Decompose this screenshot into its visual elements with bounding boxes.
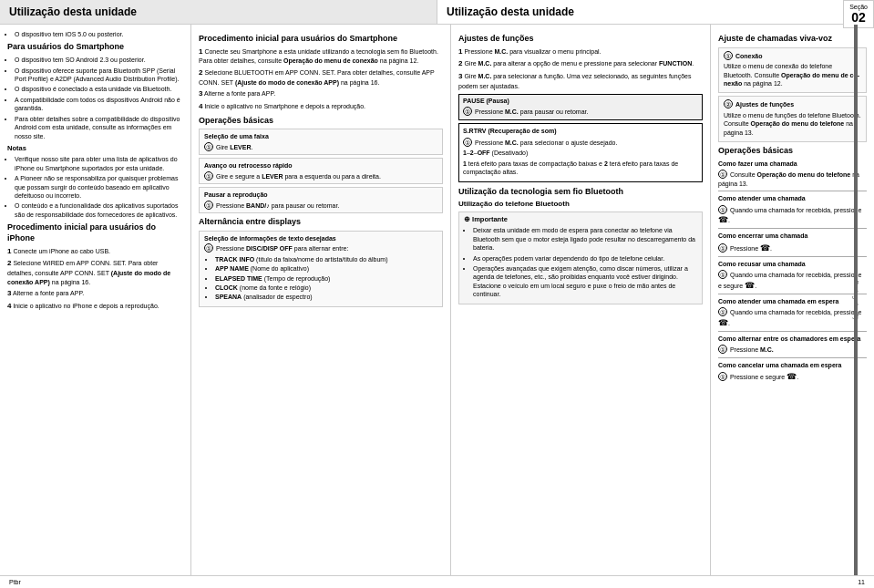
smartphone-proc-heading: Procedimento inicial para usuários do Sm… — [199, 34, 443, 45]
basic-ops-heading: Operações básicas — [199, 116, 443, 127]
end-call-block: Como encerrar uma chamada ① Pressione ☎. — [718, 232, 867, 253]
iphone-step-4: 4 Inicie o aplicativo no iPhone e depois… — [7, 302, 183, 312]
circle-1: ① — [718, 243, 727, 253]
alt-heading: Alternância entre displays — [199, 217, 443, 228]
page-container: Utilização desta unidade Utilização dest… — [0, 0, 874, 588]
list-item: O dispositivo oferece suporte para Bluet… — [15, 67, 183, 84]
adj-step-1: 1 Pressione M.C. para visualizar o menu … — [458, 47, 703, 57]
pause-label: Pausar a reprodução — [204, 191, 437, 199]
circle-1: ① — [718, 205, 727, 214]
strv-title: S.RTRV (Recuperação de som) — [463, 127, 698, 135]
list-item: O conteúdo e a funcionalidade dos aplica… — [15, 201, 183, 219]
circle-2: ② — [724, 99, 733, 108]
circle-1: ① — [204, 201, 213, 210]
list-item: A compatibilidade com todos os dispositi… — [15, 96, 183, 113]
circle-1: ① — [718, 372, 727, 381]
circle-1: ① — [718, 170, 727, 179]
list-item: SPEANA (analisador de espectro) — [215, 293, 437, 301]
circle-1: ① — [463, 107, 472, 116]
pause-function-box: PAUSE (Pausa) ① Pressione M.C. para paus… — [458, 94, 703, 121]
iphone-step-1: 1 Conecte um iPhone ao cabo USB. — [7, 247, 183, 257]
circle-1: ① — [718, 307, 727, 316]
list-item: O dispositivo tem SO Android 2.3 ou post… — [15, 56, 183, 64]
answer-call-block: Como atender uma chamada ① Quando uma ch… — [718, 194, 867, 225]
list-item: APP NAME (Nome do aplicativo) — [215, 264, 437, 273]
reject-call-block: Como recusar uma chamada ① Quando uma ch… — [718, 260, 867, 291]
pause-title: PAUSE (Pausa) — [463, 97, 698, 105]
cancel-waiting-block: Como cancelar uma chamada em espera ① Pr… — [718, 361, 867, 383]
section-num: 02 — [849, 10, 868, 25]
left-title-text: Utilização desta unidade — [9, 5, 137, 18]
smartphone-step-3: 3 Alterne a fonte para APP. — [199, 89, 443, 99]
header-left-title: Utilização desta unidade — [0, 0, 437, 24]
main-content: O dispositivo tem iOS 5.0 ou posterior. … — [0, 25, 874, 575]
list-item: Deixar esta unidade em modo de espera pa… — [473, 226, 697, 252]
important-label: ⊕ Importante — [464, 215, 697, 224]
strv-box: S.RTRV (Recuperação de som) ① Pressione … — [458, 123, 703, 181]
notes-label: Notas — [7, 144, 183, 153]
make-call-block: Como fazer uma chamada ① Consulte Operaç… — [718, 160, 867, 188]
adj-funcoes-box: ② Ajustes de funções Utilize o menu de f… — [718, 96, 867, 142]
list-item: CLOCK (nome da fonte e relógio) — [215, 284, 437, 292]
list-item: A Pioneer não se responsabiliza por quai… — [15, 174, 183, 200]
adj-step-2: 2 Gire M.C. para alterar a opção de menu… — [458, 59, 703, 69]
waiting-call-block: Como atender uma chamada em espera ① Qua… — [718, 297, 867, 328]
iphone-step-3: 3 Alterne a fonte para APP. — [7, 289, 183, 299]
page-footer: Ptbr 11 — [0, 575, 874, 588]
list-item: O dispositivo tem iOS 5.0 ou posterior. — [15, 30, 183, 38]
adj-step-3: 3 Gire M.C. para selecionar a função. Um… — [458, 72, 703, 90]
list-item: O dispositivo é conectado a esta unidade… — [15, 85, 183, 93]
viva-heading: Ajuste de chamadas viva-voz — [718, 34, 867, 45]
bluetooth-heading: Utilização da tecnologia sem fio Bluetoo… — [458, 187, 703, 198]
iphone-heading: Procedimento inicial para usuários do iP… — [7, 222, 183, 243]
col-right: Ajustes de funções 1 Pressione M.C. para… — [451, 25, 711, 575]
circle-1: ① — [204, 171, 213, 181]
circle-1: ① — [718, 270, 727, 279]
footer-page-num: 11 — [858, 579, 865, 585]
alt-display-label: Seleção de informações de texto desejada… — [204, 234, 437, 242]
right-title-text: Utilização desta unidade — [447, 5, 574, 18]
pause-box: Pausar a reprodução ① Pressione BAND/♪ p… — [199, 187, 443, 213]
circle-1: ① — [718, 345, 727, 354]
list-item: Verifique nosso site para obter uma list… — [15, 155, 183, 172]
bt-phone-heading: Utilização do telefone Bluetooth — [458, 200, 703, 210]
conexao-box: ① Conexão Utilize o menu de conexão do t… — [718, 47, 867, 94]
list-item: Para obter detalhes sobre a compatibilid… — [15, 115, 183, 140]
smartphone-step-2: 2 Selecione BLUETOOTH em APP CONN. SET. … — [199, 68, 443, 87]
smartphone-step-4: 4 Inicie o aplicativo no Smartphone e de… — [199, 102, 443, 112]
footer-lang: Ptbr — [9, 579, 21, 585]
switch-caller-block: Como alternar entre os chamadores em esp… — [718, 335, 867, 355]
track-select-label: Seleção de uma faixa — [204, 132, 437, 140]
advance-label: Avanço ou retrocesso rápido — [204, 161, 437, 170]
basic-ops-right-heading: Operações básicas — [718, 146, 867, 157]
smartphone-step-1: 1 Conecte seu Smartphone a esta unidade … — [199, 47, 443, 66]
language-label: Português (B) — [852, 280, 860, 319]
col-middle: Procedimento inicial para usuários do Sm… — [191, 25, 451, 575]
circle-1: ① — [463, 138, 472, 147]
para-smartphone-heading: Para usuários do Smartphone — [7, 42, 183, 53]
header-right-title: Utilização desta unidade — [437, 0, 874, 24]
iphone-step-2: 2 Selecione WIRED em APP CONN. SET. Para… — [7, 259, 183, 286]
circle-1: ① — [204, 243, 213, 253]
col-far-right: Ajuste de chamadas viva-voz ① Conexão Ut… — [711, 25, 874, 575]
alt-display-box: Seleção de informações de texto desejada… — [199, 231, 443, 307]
list-item: As operações podem variar dependendo do … — [473, 254, 697, 263]
circle-1: ① — [204, 142, 213, 151]
list-item: ELAPSED TIME (Tempo de reprodução) — [215, 274, 437, 283]
list-item: TRACK INFO (título da faixa/nome do arti… — [215, 255, 437, 263]
advance-box: Avanço ou retrocesso rápido ① Gire e seg… — [199, 158, 443, 184]
track-select-box: Seleção de uma faixa ① Gire LEVER. — [199, 129, 443, 155]
section-label: Seção — [849, 4, 868, 10]
circle-1: ① — [724, 51, 733, 60]
col-left: O dispositivo tem iOS 5.0 ou posterior. … — [0, 25, 191, 575]
adj-heading: Ajustes de funções — [458, 34, 703, 45]
list-item: Operações avançadas que exigem atenção, … — [473, 264, 697, 299]
page-header: Utilização desta unidade Utilização dest… — [0, 0, 874, 25]
